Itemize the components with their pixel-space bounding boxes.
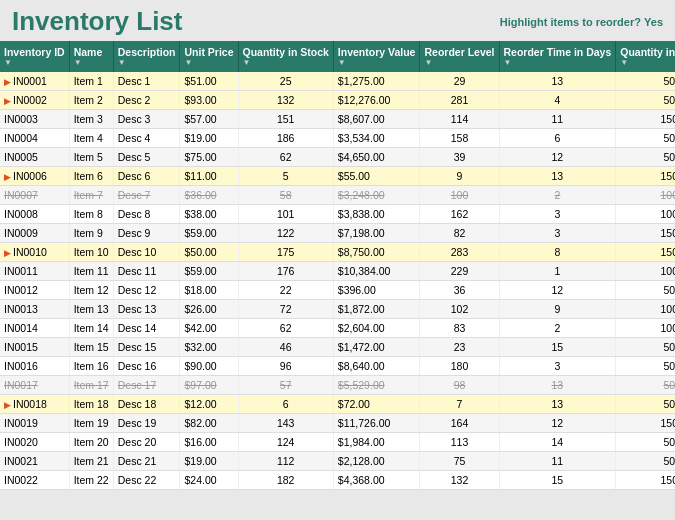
table-cell: $12.00 (180, 395, 238, 414)
table-cell: 8 (499, 243, 616, 262)
table-cell: 5 (238, 167, 333, 186)
table-row: IN0006Item 6Desc 6$11.005$55.00913150 (0, 167, 675, 186)
table-cell: Desc 8 (113, 205, 180, 224)
table-cell: $3,838.00 (333, 205, 420, 224)
inventory-table-container: Inventory ID▼ Name▼ Description▼ Unit Pr… (0, 41, 675, 490)
header: Inventory List Highlight items to reorde… (0, 0, 675, 41)
table-cell: 13 (499, 167, 616, 186)
table-cell: 57 (238, 376, 333, 395)
table-cell: Item 20 (69, 433, 113, 452)
table-cell: IN0005 (0, 148, 69, 167)
table-row: IN0008Item 8Desc 8$38.00101$3,838.001623… (0, 205, 675, 224)
table-cell: $90.00 (180, 357, 238, 376)
col-header-name[interactable]: Name▼ (69, 41, 113, 72)
table-cell: 229 (420, 262, 499, 281)
col-header-inv-value[interactable]: Inventory Value▼ (333, 41, 420, 72)
table-cell: 175 (238, 243, 333, 262)
table-cell: 3 (499, 224, 616, 243)
table-cell: $3,534.00 (333, 129, 420, 148)
table-cell: 58 (238, 186, 333, 205)
table-row: IN0015Item 15Desc 15$32.0046$1,472.00231… (0, 338, 675, 357)
table-cell: 100 (420, 186, 499, 205)
table-cell: Desc 4 (113, 129, 180, 148)
table-cell: 100 (616, 319, 675, 338)
col-header-qty-reorder[interactable]: Quantity in Reorder▼ (616, 41, 675, 72)
table-cell: Item 4 (69, 129, 113, 148)
table-cell: Item 18 (69, 395, 113, 414)
table-cell: 164 (420, 414, 499, 433)
col-header-reorder-time[interactable]: Reorder Time in Days▼ (499, 41, 616, 72)
table-cell: 50 (616, 281, 675, 300)
table-cell: $4,650.00 (333, 148, 420, 167)
table-cell: 102 (420, 300, 499, 319)
table-cell: 7 (420, 395, 499, 414)
table-cell: $18.00 (180, 281, 238, 300)
table-cell: 112 (238, 452, 333, 471)
table-cell: Desc 11 (113, 262, 180, 281)
table-cell: Item 19 (69, 414, 113, 433)
table-cell: 12 (499, 281, 616, 300)
table-cell: Item 5 (69, 148, 113, 167)
col-header-price[interactable]: Unit Price▼ (180, 41, 238, 72)
table-cell: 25 (238, 72, 333, 91)
table-cell: IN0018 (0, 395, 69, 414)
table-cell: $1,472.00 (333, 338, 420, 357)
table-cell: IN0013 (0, 300, 69, 319)
table-cell: Desc 22 (113, 471, 180, 490)
col-header-desc[interactable]: Description▼ (113, 41, 180, 72)
table-cell: IN0015 (0, 338, 69, 357)
table-cell: $1,872.00 (333, 300, 420, 319)
table-cell: 6 (499, 129, 616, 148)
table-row: IN0016Item 16Desc 16$90.0096$8,640.00180… (0, 357, 675, 376)
table-cell: 100 (616, 300, 675, 319)
table-cell: 36 (420, 281, 499, 300)
table-cell: $57.00 (180, 110, 238, 129)
table-cell: $7,198.00 (333, 224, 420, 243)
table-row: IN0018Item 18Desc 18$12.006$72.0071350 (0, 395, 675, 414)
table-cell: Desc 6 (113, 167, 180, 186)
table-cell: 176 (238, 262, 333, 281)
table-cell: Desc 17 (113, 376, 180, 395)
table-row: IN0005Item 5Desc 5$75.0062$4,650.0039125… (0, 148, 675, 167)
table-row: IN0021Item 21Desc 21$19.00112$2,128.0075… (0, 452, 675, 471)
table-cell: IN0021 (0, 452, 69, 471)
page-title: Inventory List (12, 6, 182, 37)
inventory-table: Inventory ID▼ Name▼ Description▼ Unit Pr… (0, 41, 675, 490)
table-cell: $1,984.00 (333, 433, 420, 452)
table-row: IN0019Item 19Desc 19$82.00143$11,726.001… (0, 414, 675, 433)
table-cell: IN0014 (0, 319, 69, 338)
table-cell: 150 (616, 110, 675, 129)
table-cell: $82.00 (180, 414, 238, 433)
table-cell: 3 (499, 205, 616, 224)
table-cell: 132 (238, 91, 333, 110)
col-header-qty-stock[interactable]: Quantity in Stock▼ (238, 41, 333, 72)
table-cell: 3 (499, 357, 616, 376)
table-cell: 98 (420, 376, 499, 395)
table-cell: $59.00 (180, 262, 238, 281)
table-cell: Item 22 (69, 471, 113, 490)
table-cell: $42.00 (180, 319, 238, 338)
table-cell: IN0009 (0, 224, 69, 243)
table-cell: $26.00 (180, 300, 238, 319)
table-cell: $11,726.00 (333, 414, 420, 433)
table-cell: IN0022 (0, 471, 69, 490)
table-cell: 150 (616, 414, 675, 433)
table-cell: $8,750.00 (333, 243, 420, 262)
table-cell: $55.00 (333, 167, 420, 186)
table-cell: Item 6 (69, 167, 113, 186)
table-cell: 283 (420, 243, 499, 262)
table-cell: 143 (238, 414, 333, 433)
table-cell: Desc 21 (113, 452, 180, 471)
table-cell: Desc 2 (113, 91, 180, 110)
table-cell: 1 (499, 262, 616, 281)
table-row: IN0022Item 22Desc 22$24.00182$4,368.0013… (0, 471, 675, 490)
table-cell: 50 (616, 395, 675, 414)
col-header-id[interactable]: Inventory ID▼ (0, 41, 69, 72)
table-cell: 13 (499, 376, 616, 395)
table-cell: 182 (238, 471, 333, 490)
table-cell: $396.00 (333, 281, 420, 300)
table-cell: Desc 10 (113, 243, 180, 262)
col-header-reorder-lvl[interactable]: Reorder Level▼ (420, 41, 499, 72)
table-cell: 150 (616, 243, 675, 262)
table-row: IN0014Item 14Desc 14$42.0062$2,604.00832… (0, 319, 675, 338)
